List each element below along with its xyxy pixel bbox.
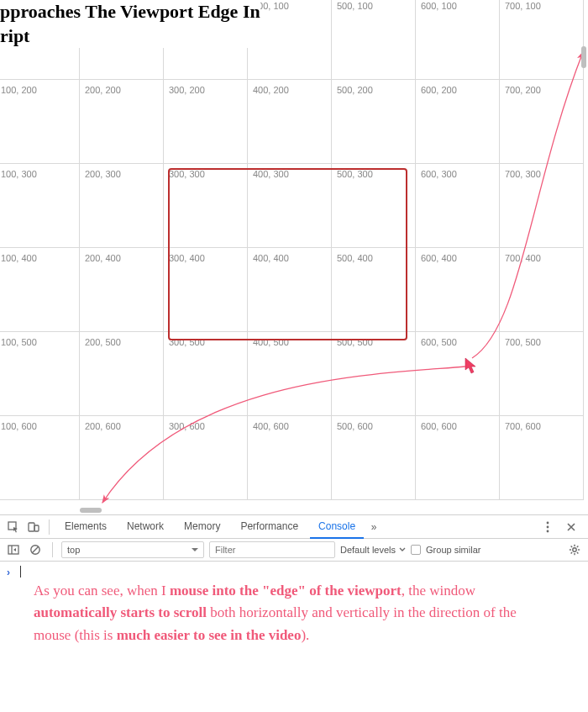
kebab-menu-icon[interactable]	[546, 521, 563, 533]
group-similar-checkbox[interactable]	[411, 545, 421, 555]
device-toolbar-icon[interactable]	[25, 519, 42, 535]
grid-cell: 500, 500	[332, 332, 416, 416]
grid-cell: 100, 500	[0, 332, 80, 416]
tab-label: Console	[318, 520, 355, 532]
toggle-sidebar-icon[interactable]	[5, 541, 22, 558]
grid-cell: 700, 300	[500, 164, 584, 248]
grid-cell: 300, 500	[164, 332, 248, 416]
context-value: top	[67, 545, 80, 555]
grid-cell: 700, 100	[500, 0, 584, 80]
svg-line-15	[571, 546, 573, 548]
svg-line-17	[577, 546, 579, 548]
svg-point-4	[547, 525, 549, 528]
grid-cell: 500, 300	[332, 164, 416, 248]
grid-cell: 600, 300	[416, 164, 500, 248]
grid-cell: 400, 400	[248, 248, 332, 332]
svg-line-9	[32, 546, 38, 552]
tab-console[interactable]: Console	[310, 515, 364, 539]
grid-cell: 100, 200	[0, 80, 80, 164]
grid-cell: 200, 400	[80, 248, 164, 332]
more-tabs-icon[interactable]: »	[367, 521, 381, 533]
grid-cell: 600, 600	[416, 416, 500, 500]
svg-line-18	[571, 552, 573, 554]
group-similar-label: Group similar	[426, 545, 480, 555]
devtools-tabbar: Elements Network Memory Performance Cons…	[0, 515, 588, 539]
inspect-element-icon[interactable]	[5, 519, 22, 535]
svg-point-3	[547, 521, 549, 524]
settings-gear-icon[interactable]	[566, 541, 583, 558]
divider	[49, 519, 50, 535]
grid-cell: 500, 400	[332, 248, 416, 332]
grid-cell: 600, 200	[416, 80, 500, 164]
console-prompt-icon: ›	[7, 567, 10, 578]
tab-label: Performance	[240, 520, 298, 532]
grid-cell: 200, 300	[80, 164, 164, 248]
grid-cell: 400, 500	[248, 332, 332, 416]
grid-cell: 700, 200	[500, 80, 584, 164]
page-title-line2: ript	[0, 24, 260, 49]
grid-cell: 600, 500	[416, 332, 500, 416]
grid-cell: 500, 200	[332, 80, 416, 164]
handwritten-annotation: As you can see, when I mouse into the "e…	[34, 580, 554, 646]
divider	[52, 542, 53, 557]
grid-cell: 200, 500	[80, 332, 164, 416]
devtools-panel: Elements Network Memory Performance Cons…	[0, 514, 588, 712]
grid-cell: 700, 500	[500, 332, 584, 416]
text-caret	[20, 566, 21, 578]
tab-elements[interactable]: Elements	[56, 515, 115, 539]
grid-cell: 400, 200	[248, 80, 332, 164]
grid-cell: 200, 600	[80, 416, 164, 500]
tab-network[interactable]: Network	[118, 515, 172, 539]
grid-cell: 300, 600	[164, 416, 248, 500]
close-icon[interactable]	[566, 522, 583, 532]
grid-cell: 400, 100	[248, 0, 332, 80]
tab-memory[interactable]: Memory	[176, 515, 228, 539]
vertical-scrollbar-thumb[interactable]	[581, 46, 586, 68]
tab-label: Memory	[184, 520, 220, 532]
horizontal-scrollbar-thumb[interactable]	[80, 508, 102, 513]
clear-console-icon[interactable]	[27, 541, 44, 558]
page-title: pproaches The Viewport Edge In ript	[0, 0, 260, 48]
svg-line-16	[577, 552, 579, 554]
grid-cell: 100, 600	[0, 416, 80, 500]
grid-cell: 700, 400	[500, 248, 584, 332]
console-body[interactable]: › As you can see, when I mouse into the …	[0, 562, 588, 572]
tab-label: Elements	[65, 520, 107, 532]
grid-cell: 300, 300	[164, 164, 248, 248]
svg-point-5	[547, 530, 549, 532]
svg-rect-1	[29, 523, 34, 531]
log-levels-select[interactable]: Default levels	[340, 545, 406, 555]
grid-cell: 300, 200	[164, 80, 248, 164]
filter-input[interactable]	[209, 541, 335, 558]
tab-performance[interactable]: Performance	[232, 515, 307, 539]
grid-cell: 700, 600	[500, 416, 584, 500]
grid-cell: 300, 400	[164, 248, 248, 332]
grid-cell: 500, 600	[332, 416, 416, 500]
tab-label: Network	[127, 520, 164, 532]
grid-cell: 100, 400	[0, 248, 80, 332]
page-viewport[interactable]: 100, 100200, 100300, 100400, 100500, 100…	[0, 0, 588, 514]
grid-cell: 100, 300	[0, 164, 80, 248]
grid-cell: 400, 300	[248, 164, 332, 248]
grid-cell: 400, 600	[248, 416, 332, 500]
console-toolbar: top Default levels Group similar	[0, 539, 588, 562]
grid-cell: 500, 100	[332, 0, 416, 80]
svg-rect-2	[34, 525, 39, 531]
execution-context-select[interactable]: top	[61, 541, 204, 558]
grid-cell: 200, 200	[80, 80, 164, 164]
levels-label: Default levels	[340, 545, 396, 555]
chevron-down-icon	[399, 546, 406, 553]
page-title-line1: pproaches The Viewport Edge In	[0, 0, 260, 24]
grid-cell: 600, 400	[416, 248, 500, 332]
svg-point-10	[573, 548, 576, 551]
grid-cell: 600, 100	[416, 0, 500, 80]
mouse-cursor-icon	[465, 357, 478, 374]
